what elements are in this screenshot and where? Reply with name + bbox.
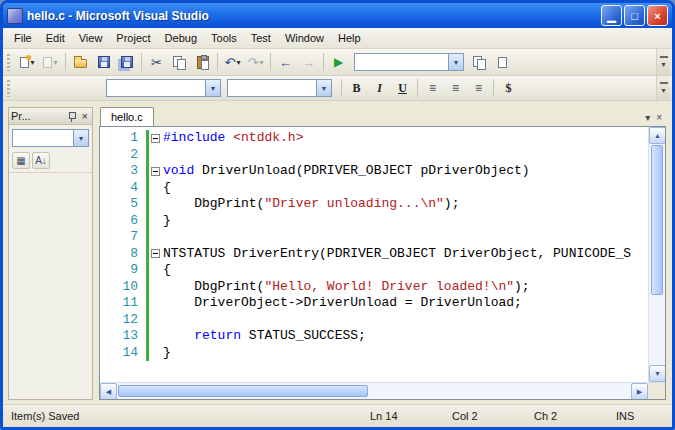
code-line[interactable]: 9 { — [100, 262, 648, 279]
menu-test[interactable]: Test — [244, 29, 278, 47]
code-line[interactable]: 10 DbgPrint("Hello, World! Driver loaded… — [100, 279, 648, 296]
horizontal-scrollbar[interactable]: ◀ ▶ — [100, 382, 665, 399]
code-line[interactable]: 4 { — [100, 180, 648, 197]
menu-debug[interactable]: Debug — [158, 29, 204, 47]
code-editor[interactable]: 1 #include <ntddk.h> 2 3 void DriverUnlo… — [99, 126, 666, 400]
toolbar-options-button[interactable]: ▾ — [656, 76, 670, 100]
fold-margin[interactable] — [149, 328, 163, 345]
vertical-scroll-thumb[interactable] — [651, 145, 663, 295]
menu-window[interactable]: Window — [278, 29, 331, 47]
code-text[interactable]: DbgPrint("Driver unloading...\n"); — [163, 196, 648, 213]
code-text[interactable] — [163, 229, 648, 246]
toolbar-grip[interactable] — [7, 80, 12, 97]
undo-button[interactable]: ↶ ▾ — [221, 51, 244, 73]
title-bar[interactable]: hello.c - Microsoft Visual Studio ▁ □ × — [3, 3, 672, 28]
navigate-forward-button[interactable]: → — [297, 51, 320, 73]
code-line[interactable]: 14 } — [100, 345, 648, 362]
align-right-button[interactable]: ≡ — [467, 77, 490, 99]
combo-dropdown-icon[interactable]: ▾ — [205, 80, 220, 96]
fold-margin[interactable] — [149, 147, 163, 164]
code-text[interactable] — [163, 147, 648, 164]
menu-file[interactable]: File — [7, 29, 39, 47]
save-all-button[interactable] — [115, 51, 138, 73]
fold-collapse-box[interactable] — [151, 167, 160, 176]
new-project-button[interactable]: ▾ — [16, 51, 39, 73]
open-file-button[interactable] — [69, 51, 92, 73]
fold-collapse-box[interactable] — [151, 134, 160, 143]
code-line[interactable]: 12 — [100, 312, 648, 329]
combo-dropdown-icon[interactable]: ▾ — [73, 130, 88, 146]
properties-object-combo[interactable]: ▾ — [12, 129, 89, 147]
code-line[interactable]: 7 — [100, 229, 648, 246]
font-combo[interactable]: ▾ — [227, 79, 332, 97]
add-item-button[interactable]: ▾ — [39, 51, 62, 73]
fold-margin[interactable] — [149, 279, 163, 296]
horizontal-scroll-thumb[interactable] — [118, 385, 368, 397]
fold-collapse-box[interactable] — [151, 249, 160, 258]
align-center-button[interactable]: ≡ — [444, 77, 467, 99]
fold-margin[interactable] — [149, 130, 163, 147]
style-combo[interactable]: ▾ — [106, 79, 221, 97]
fold-margin[interactable] — [149, 345, 163, 362]
vertical-scroll-track[interactable] — [649, 296, 665, 365]
code-text[interactable]: } — [163, 345, 648, 362]
fold-margin[interactable] — [149, 295, 163, 312]
solution-explorer-button[interactable] — [468, 51, 491, 73]
alphabetical-sort-button[interactable]: A↓ — [32, 152, 50, 169]
redo-button[interactable]: ↷ ▾ — [244, 51, 267, 73]
code-line[interactable]: 8 NTSTATUS DriverEntry(PDRIVER_OBJECT Dr… — [100, 246, 648, 263]
cut-button[interactable]: ✂ — [145, 51, 168, 73]
scroll-up-icon[interactable]: ▲ — [649, 127, 665, 144]
pin-icon[interactable] — [67, 111, 77, 122]
horizontal-scroll-track[interactable] — [369, 383, 631, 399]
scroll-left-icon[interactable]: ◀ — [100, 383, 117, 400]
fold-margin[interactable] — [149, 246, 163, 263]
code-text[interactable]: { — [163, 180, 648, 197]
code-text[interactable]: DbgPrint("Hello, World! Driver loaded!\n… — [163, 279, 648, 296]
code-text[interactable]: NTSTATUS DriverEntry(PDRIVER_OBJECT Driv… — [163, 246, 648, 263]
fold-margin[interactable] — [149, 262, 163, 279]
properties-window-button[interactable] — [491, 51, 514, 73]
tab-hello-c[interactable]: hello.c — [100, 107, 154, 126]
fold-margin[interactable] — [149, 163, 163, 180]
align-left-button[interactable]: ≡ — [421, 77, 444, 99]
properties-pane-header[interactable]: Pr... × — [9, 108, 92, 125]
fold-margin[interactable] — [149, 180, 163, 197]
solution-configurations-combo[interactable]: ▾ — [354, 53, 464, 71]
scroll-right-icon[interactable]: ▶ — [631, 383, 648, 400]
scroll-down-icon[interactable]: ▼ — [649, 365, 665, 382]
vertical-scrollbar[interactable]: ▲ ▼ — [648, 127, 665, 382]
code-lines[interactable]: 1 #include <ntddk.h> 2 3 void DriverUnlo… — [100, 127, 648, 382]
combo-dropdown-icon[interactable]: ▾ — [316, 80, 331, 96]
code-line[interactable]: 1 #include <ntddk.h> — [100, 130, 648, 147]
toolbar-grip[interactable] — [7, 54, 12, 71]
bold-button[interactable]: B — [345, 77, 368, 99]
code-text[interactable]: DriverObject->DriverUnload = DriverUnloa… — [163, 295, 648, 312]
maximize-button[interactable]: □ — [624, 5, 645, 26]
active-files-dropdown-icon[interactable]: ▾ — [645, 113, 650, 123]
underline-button[interactable]: U — [391, 77, 414, 99]
code-text[interactable]: void DriverUnload(PDRIVER_OBJECT pDriver… — [163, 163, 648, 180]
menu-project[interactable]: Project — [109, 29, 157, 47]
toolbar-options-button[interactable]: ▾ — [656, 49, 670, 75]
code-line[interactable]: 13 return STATUS_SUCCESS; — [100, 328, 648, 345]
copy-button[interactable] — [168, 51, 191, 73]
pane-close-button[interactable]: × — [80, 110, 90, 122]
code-line[interactable]: 2 — [100, 147, 648, 164]
menu-edit[interactable]: Edit — [39, 29, 72, 47]
close-document-icon[interactable]: × — [656, 113, 662, 123]
currency-format-button[interactable]: $ — [497, 77, 520, 99]
close-button[interactable]: × — [647, 5, 668, 26]
code-text[interactable]: return STATUS_SUCCESS; — [163, 328, 648, 345]
menu-help[interactable]: Help — [331, 29, 368, 47]
combo-dropdown-icon[interactable]: ▾ — [448, 54, 463, 70]
navigate-back-button[interactable]: ← — [274, 51, 297, 73]
paste-button[interactable] — [191, 51, 214, 73]
code-text[interactable]: #include <ntddk.h> — [163, 130, 648, 147]
start-debugging-button[interactable]: ▶ — [327, 51, 350, 73]
fold-margin[interactable] — [149, 229, 163, 246]
code-text[interactable]: } — [163, 213, 648, 230]
code-line[interactable]: 5 DbgPrint("Driver unloading...\n"); — [100, 196, 648, 213]
code-line[interactable]: 3 void DriverUnload(PDRIVER_OBJECT pDriv… — [100, 163, 648, 180]
categorized-button[interactable]: ▦ — [12, 152, 30, 169]
